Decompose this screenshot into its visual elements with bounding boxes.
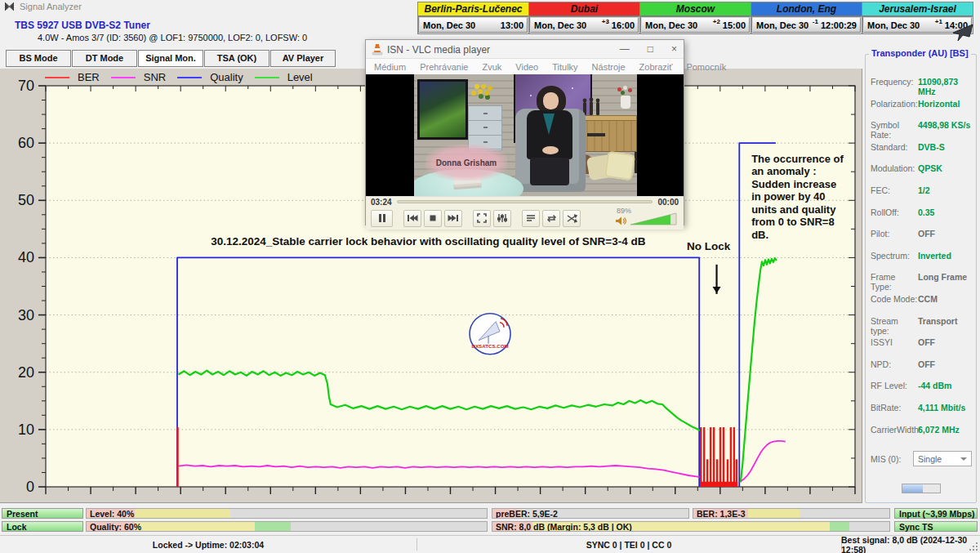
- y-tick-label: 50: [18, 192, 34, 208]
- fullscreen-button[interactable]: [473, 210, 491, 227]
- vlc-menu-m-dium[interactable]: Médium: [374, 62, 406, 72]
- tab-av-player[interactable]: AV Player: [270, 50, 336, 67]
- statusbar-sync: SYNC 0 | TEI 0 | CC 0: [416, 536, 841, 553]
- clock-utc-offset: +1: [935, 18, 942, 25]
- shuffle-button[interactable]: [563, 210, 581, 227]
- input-indicator: Input (~3,99 Mbps): [894, 508, 978, 519]
- tab-signal-mon[interactable]: Signal Mon.: [138, 50, 203, 67]
- volume-slider[interactable]: [630, 212, 677, 228]
- annotation-no-lock: No Lock: [687, 240, 731, 252]
- transponder-row-stream-type: Stream type:Transport: [871, 316, 972, 338]
- param-value: OFF: [918, 359, 972, 369]
- previous-button[interactable]: [403, 210, 421, 227]
- param-value: 4,111 Mbit/s: [918, 403, 972, 413]
- bar-label: SNR: 8,0 dB (Margin: 5,3 dB | OK): [496, 522, 632, 532]
- clock-city: Berlin-Paris-Lučenec: [418, 2, 528, 16]
- logo-text: DXSATCS.COM: [471, 343, 508, 349]
- bar-label: BER: 1,3E-3: [697, 509, 746, 519]
- next-button[interactable]: [444, 210, 462, 227]
- bar-fill-segments: [87, 522, 487, 531]
- vlc-menu-zobrazi[interactable]: Zobraziť: [639, 62, 673, 72]
- tab-bs-mode[interactable]: BS Mode: [6, 50, 71, 67]
- clock-utc-offset: +2: [713, 18, 720, 25]
- clock-city: Dubai: [529, 2, 639, 16]
- clock-time: 13:00: [501, 20, 523, 30]
- clock-time-row: Mon, Dec 30-112:00:29: [751, 16, 862, 33]
- transponder-row-fec: FEC:1/2: [871, 185, 972, 207]
- lock-indicator: Lock: [2, 521, 83, 532]
- loop-button[interactable]: [542, 210, 560, 227]
- dxsatcs-logo: DXSATCS.COM: [470, 314, 510, 355]
- vlc-titlebar[interactable]: ISN - VLC media player — □ ×: [366, 40, 684, 59]
- y-tick-label: 30: [18, 307, 34, 323]
- studio-vase: [621, 96, 630, 109]
- mis-label: MIS (0):: [871, 454, 913, 464]
- clock-moscow: MoscowMon, Dec 30+215:00: [639, 2, 751, 34]
- annotation-title: 30.12.2024_Stable carrier lock behavior …: [211, 235, 646, 248]
- presenter-legs: [530, 158, 569, 185]
- statusbar: Locked -> Uptime: 02:03:04 SYNC 0 | TEI …: [0, 535, 980, 553]
- param-label: Modulation:: [871, 163, 918, 173]
- param-label: Code Mode:: [871, 294, 918, 304]
- mis-row: MIS (0): Single: [871, 451, 972, 466]
- transponder-row-rolloff: RollOff:0.35: [871, 207, 972, 230]
- vlc-menu-pomocn-k[interactable]: Pomocník: [686, 62, 726, 72]
- param-label: Standard:: [871, 142, 918, 152]
- param-value: Horizontal: [918, 99, 972, 109]
- vlc-window: ISN - VLC media player — □ × MédiumPrehr…: [365, 39, 684, 225]
- vlc-menu-zvuk[interactable]: Zvuk: [482, 62, 501, 72]
- transponder-row-pilot: Pilot:OFF: [871, 229, 972, 251]
- param-value: Transport: [918, 316, 972, 326]
- vlc-close-button[interactable]: ×: [671, 43, 677, 55]
- param-value: 0.35: [918, 207, 972, 217]
- bar-label: Level: 40%: [90, 509, 134, 519]
- clock-date: Mon, Dec 30: [645, 20, 713, 30]
- resize-grip[interactable]: [969, 542, 978, 551]
- clock-date: Mon, Dec 30: [756, 20, 813, 30]
- transponder-row-rf-level: RF Level:-44 dBm: [871, 381, 972, 403]
- transponder-row-modulation: Modulation:QPSK: [871, 163, 972, 185]
- level-bar: Level: 40%: [86, 508, 488, 519]
- name-tag: Donna Grisham: [425, 145, 507, 181]
- param-label: Symbol Rate:: [871, 120, 918, 140]
- vlc-time-total: 00:00: [657, 198, 679, 207]
- mis-select[interactable]: Single: [913, 451, 972, 466]
- transponder-row-code-mode: Code Mode:CCM: [871, 294, 972, 316]
- clock-date: Mon, Dec 30: [423, 20, 501, 30]
- vlc-seek-slider[interactable]: [397, 200, 653, 203]
- playlist-button[interactable]: [522, 210, 540, 227]
- param-label: FEC:: [871, 185, 918, 195]
- signal-analyzer-window: Signal Analyzer □× Berlin-Paris-LučenecM…: [0, 0, 980, 553]
- vlc-menu-prehr-vanie[interactable]: Prehrávanie: [420, 62, 468, 72]
- clock-utc-offset: +3: [602, 18, 609, 25]
- param-value: 4498,98 KS/s: [918, 120, 972, 130]
- clock-time: 16:00: [612, 20, 635, 30]
- clock-time: 12:00:29: [821, 20, 857, 30]
- tab-dt-mode[interactable]: DT Mode: [72, 50, 137, 67]
- speaker-icon[interactable]: [615, 216, 626, 228]
- stop-button[interactable]: [424, 210, 442, 227]
- y-tick-label: 70: [18, 78, 34, 94]
- vlc-minimize-button[interactable]: —: [620, 43, 630, 55]
- param-value: 6,072 MHz: [918, 425, 972, 435]
- y-tick-label: 20: [18, 364, 34, 381]
- tab-tsa-ok[interactable]: TSA (OK): [204, 50, 270, 67]
- equalizer-button[interactable]: [493, 210, 511, 227]
- app-icon: [4, 2, 15, 14]
- transponder-row-standard: Standard:DVB-S: [871, 142, 972, 164]
- vlc-controls: 89%: [366, 207, 684, 230]
- clock-berlin-paris-lu-enec: Berlin-Paris-LučenecMon, Dec 3013:00: [417, 2, 529, 34]
- param-label: Frequency:: [871, 77, 918, 87]
- clock-time-row: Mon, Dec 30+316:00: [529, 16, 639, 33]
- vlc-menu-titulky[interactable]: Titulky: [552, 62, 577, 72]
- ber-bar: BER: 1,3E-3: [693, 508, 890, 519]
- vlc-menu-video[interactable]: Video: [515, 62, 538, 72]
- transponder-row-issyi: ISSYIOFF: [871, 337, 972, 359]
- studio-pillow: [604, 151, 635, 181]
- vlc-seek-row: 03:24 00:00: [366, 196, 684, 207]
- vlc-menu-n-stroje[interactable]: Nástroje: [592, 62, 626, 72]
- vlc-window-title: ISN - VLC media player: [387, 44, 490, 56]
- vlc-maximize-button[interactable]: □: [648, 43, 653, 55]
- pause-button[interactable]: [371, 210, 393, 227]
- vlc-video-area[interactable]: Donna Grisham: [366, 74, 684, 196]
